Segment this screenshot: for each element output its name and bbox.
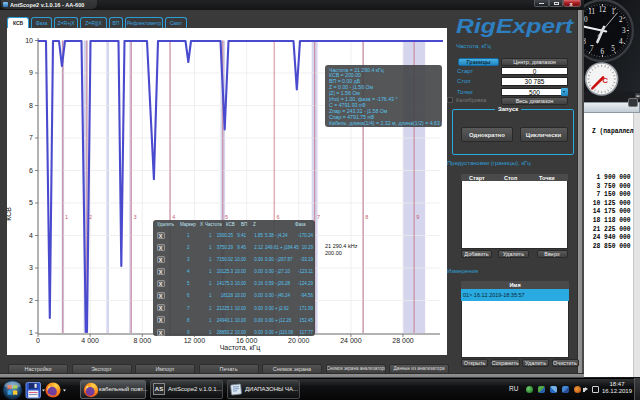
svg-text:3: 3: [29, 264, 33, 271]
svg-text:1: 1: [65, 214, 68, 220]
svg-text:4 000: 4 000: [81, 337, 99, 344]
svg-text:7: 7: [590, 45, 594, 53]
svg-text:1: 1: [29, 329, 33, 336]
svg-text:1: 1: [611, 8, 615, 16]
svg-text:RigExpert: RigExpert: [456, 14, 574, 37]
svg-text:4: 4: [29, 232, 33, 239]
svg-text:6: 6: [601, 48, 605, 56]
svg-text:10: 10: [25, 37, 33, 44]
svg-text:16 000: 16 000: [236, 337, 258, 344]
svg-text:24 000: 24 000: [340, 337, 362, 344]
svg-text:8: 8: [365, 214, 368, 220]
svg-text:20 000: 20 000: [288, 337, 310, 344]
svg-text:9: 9: [29, 69, 33, 76]
svg-text:9: 9: [416, 214, 419, 220]
svg-text:3: 3: [622, 27, 626, 35]
svg-text:2: 2: [619, 16, 623, 24]
svg-text:7: 7: [317, 214, 320, 220]
svg-text:6: 6: [29, 167, 33, 174]
svg-text:Частота, кГц: Частота, кГц: [220, 344, 261, 352]
svg-text:0: 0: [36, 337, 40, 344]
svg-text:8 000: 8 000: [134, 337, 152, 344]
svg-text:5: 5: [611, 45, 615, 53]
svg-text:28 000: 28 000: [392, 337, 414, 344]
svg-text:12 000: 12 000: [184, 337, 206, 344]
svg-text:8: 8: [29, 102, 33, 109]
svg-text:2: 2: [29, 297, 33, 304]
svg-text:7: 7: [29, 134, 33, 141]
svg-text:2: 2: [89, 214, 92, 220]
svg-text:4: 4: [619, 38, 623, 46]
svg-text:5: 5: [29, 199, 33, 206]
svg-text:КСВ: КСВ: [7, 207, 12, 221]
svg-text:12: 12: [599, 6, 607, 14]
svg-text:3: 3: [133, 214, 136, 220]
svg-text:11: 11: [588, 8, 595, 16]
